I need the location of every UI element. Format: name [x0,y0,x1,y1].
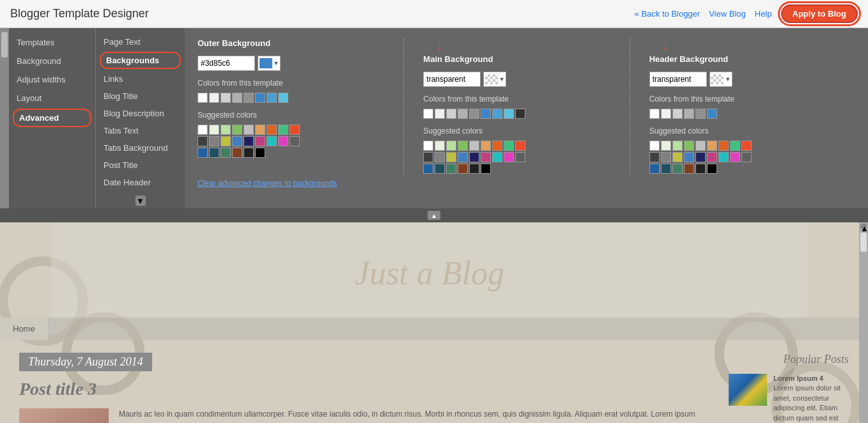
swatch[interactable] [423,152,433,162]
swatch[interactable] [255,93,265,103]
swatch[interactable] [221,125,231,135]
swatch[interactable] [221,93,231,103]
secondary-item-blog-title[interactable]: Blog Title [96,88,185,105]
swatch[interactable] [469,164,479,174]
sidebar-item-templates[interactable]: Templates [9,33,95,52]
swatch[interactable] [435,164,445,174]
swatch[interactable] [707,141,717,151]
swatch[interactable] [446,141,456,151]
swatch[interactable] [469,152,479,162]
outer-bg-text-input[interactable] [198,56,255,71]
view-blog-link[interactable]: View Blog [709,9,746,19]
swatch[interactable] [255,148,265,158]
swatch[interactable] [198,136,208,146]
swatch[interactable] [209,136,219,146]
swatch[interactable] [244,136,254,146]
swatch[interactable] [504,109,514,119]
swatch[interactable] [469,141,479,151]
secondary-item-tabs-background[interactable]: Tabs Background [96,139,185,157]
swatch[interactable] [684,152,694,162]
swatch[interactable] [741,152,752,162]
secondary-item-date-header[interactable]: Date Header [96,174,185,191]
swatch[interactable] [661,152,671,162]
header-bg-text-input[interactable] [649,72,707,87]
apply-to-blog-button[interactable]: Apply to Blog [781,4,858,23]
swatch[interactable] [481,164,491,174]
swatch[interactable] [435,141,445,151]
swatch[interactable] [435,152,445,162]
swatch[interactable] [423,109,433,119]
swatch[interactable] [209,148,219,158]
scroll-down-indicator[interactable]: ▼ [96,196,185,206]
swatch[interactable] [232,148,242,158]
swatch[interactable] [290,125,300,135]
swatch[interactable] [695,141,706,151]
swatch[interactable] [290,136,300,146]
swatch[interactable] [695,152,706,162]
swatch[interactable] [232,136,242,146]
swatch[interactable] [492,152,502,162]
header-bg-color-picker[interactable]: ▼ [709,72,732,87]
help-link[interactable]: Help [755,9,772,19]
swatch[interactable] [209,125,219,135]
swatch[interactable] [458,141,468,151]
swatch[interactable] [232,125,242,135]
swatch[interactable] [232,93,242,103]
sidebar-item-adjust-widths[interactable]: Adjust widths [9,70,95,89]
swatch[interactable] [730,141,740,151]
swatch[interactable] [515,141,525,151]
swatch[interactable] [504,152,514,162]
swatch[interactable] [267,136,277,146]
swatch[interactable] [515,152,525,162]
swatch[interactable] [255,136,265,146]
swatch[interactable] [515,109,525,119]
swatch[interactable] [661,164,671,174]
swatch[interactable] [504,141,514,151]
swatch[interactable] [718,141,729,151]
swatch[interactable] [267,125,277,135]
swatch[interactable] [672,109,683,119]
swatch[interactable] [492,141,502,151]
swatch[interactable] [695,164,706,174]
swatch[interactable] [730,152,740,162]
nav-tab-home[interactable]: Home [0,318,49,340]
swatch[interactable] [244,148,254,158]
swatch[interactable] [244,93,254,103]
swatch[interactable] [423,141,433,151]
sidebar-item-layout[interactable]: Layout [9,89,95,107]
clear-backgrounds-link[interactable]: Clear advanced changes to backgrounds [198,179,855,188]
swatch[interactable] [684,109,694,119]
swatch[interactable] [423,164,433,174]
swatch[interactable] [661,109,671,119]
outer-bg-color-picker[interactable]: ▼ [258,56,281,71]
secondary-item-tabs-text[interactable]: Tabs Text [96,122,185,139]
swatch[interactable] [267,93,277,103]
secondary-item-backgrounds[interactable]: Backgrounds [100,52,181,69]
swatch[interactable] [435,109,445,119]
sidebar-item-background[interactable]: Background [9,52,95,70]
swatch[interactable] [244,125,254,135]
swatch[interactable] [255,125,265,135]
secondary-item-page-text[interactable]: Page Text [96,33,185,50]
swatch[interactable] [718,152,729,162]
swatch[interactable] [469,109,479,119]
swatch[interactable] [684,141,694,151]
swatch[interactable] [278,93,288,103]
swatch[interactable] [221,136,231,146]
swatch[interactable] [649,152,660,162]
swatch[interactable] [672,141,683,151]
swatch[interactable] [672,152,683,162]
swatch[interactable] [221,148,231,158]
swatch[interactable] [707,164,717,174]
swatch[interactable] [649,164,660,174]
swatch[interactable] [198,148,208,158]
secondary-item-blog-description[interactable]: Blog Description [96,105,185,122]
swatch[interactable] [209,93,219,103]
swatch[interactable] [198,125,208,135]
swatch[interactable] [661,141,671,151]
swatch[interactable] [278,125,288,135]
swatch[interactable] [741,141,752,151]
back-to-blogger-link[interactable]: « Back to Blogger [635,9,701,19]
swatch[interactable] [198,93,208,103]
swatch[interactable] [707,152,717,162]
